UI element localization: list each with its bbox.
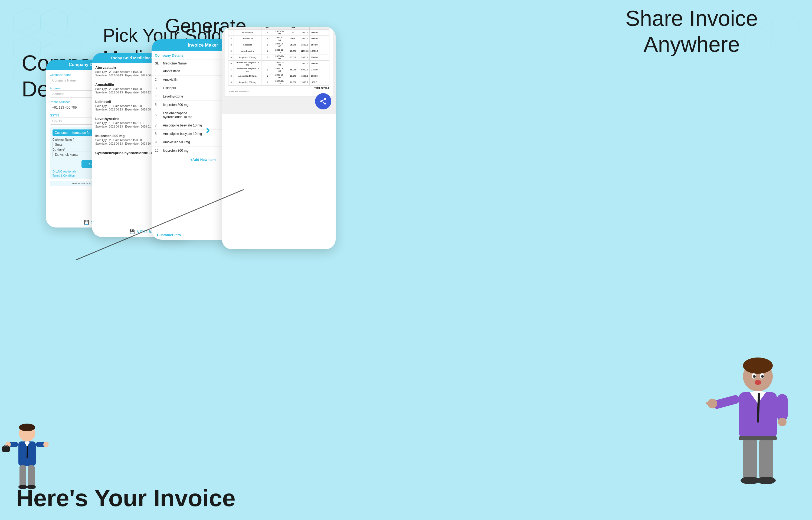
inv-row-5: 5 Ibuprofen 800 mg 2 2023-10-09 25.0% 20…: [228, 54, 329, 60]
svg-rect-46: [777, 394, 788, 421]
inv-row-9: 9 Ibuprofen 800 mg 1 2023-10-10 10.0% 10…: [228, 79, 329, 85]
svg-line-16: [322, 100, 324, 101]
svg-marker-5: [68, 8, 95, 35]
svg-point-47: [778, 418, 787, 426]
inv-row-4: 4 Levothyroxine 1 2026-01-16 10.0% 11990…: [228, 48, 329, 54]
next-icon: 💾: [130, 229, 135, 234]
svg-line-15: [322, 102, 324, 103]
svg-point-34: [743, 358, 773, 374]
invoice-top-area: Your Brand Name Your Address +91 123 456…: [222, 27, 336, 76]
svg-rect-48: [743, 437, 757, 481]
invoice-table: S.N Particulars Batch No. Qty Expiry Dat…: [228, 27, 329, 85]
svg-rect-49: [759, 437, 773, 481]
svg-marker-11: [758, 54, 785, 81]
character-right: [698, 347, 790, 504]
inv-row-7: 7 Amlodipine besylate 10 mg 1 2024-06-06…: [228, 67, 329, 73]
svg-point-38: [761, 375, 764, 378]
svg-rect-45: [706, 402, 714, 405]
svg-marker-10: [772, 14, 799, 41]
save-icon: 💾: [84, 219, 89, 225]
svg-rect-52: [739, 436, 777, 440]
invoice-total: Total 22796.0: [228, 87, 329, 89]
invoice-preview-document: Your Brand Name Your Address +91 123 456…: [225, 27, 333, 97]
inv-row-1: 1 Atorvastatin 2 2025-06-05 -- 1000.0 10…: [228, 29, 329, 35]
share-button[interactable]: [315, 93, 331, 109]
share-invoice-heading: Share Invoice Anywhere: [625, 5, 758, 57]
phone-invoice-preview: Your Brand Name Your Address +91 123 456…: [222, 27, 336, 249]
svg-point-14: [324, 103, 326, 105]
inv-row-2: 2 Amoxicillin 2 2024-12-11 5.0% 2000.0 1…: [228, 35, 329, 42]
inv-row-6: 6 Amlodipine besylate 10 mg 2022-07-05 -…: [228, 60, 329, 67]
inv-row-8: 8 Amoxicillin 500 mg. 1 2023-06-06 10.0%…: [228, 73, 329, 79]
svg-point-37: [753, 375, 756, 378]
invoice-terms: Terms and condition :: [228, 90, 329, 93]
svg-point-12: [324, 98, 326, 100]
share-icon: [319, 98, 327, 105]
svg-point-13: [320, 101, 323, 102]
inv-row-3: 3 Lisinopril 1 2026-08-07 25.0% 2500.0 1…: [228, 42, 329, 48]
svg-rect-29: [28, 465, 35, 487]
svg-point-18: [19, 423, 35, 431]
svg-rect-28: [20, 465, 26, 487]
svg-point-51: [757, 477, 776, 484]
bottom-heading: Here's Your Invoice: [16, 484, 235, 512]
svg-point-24: [43, 442, 49, 447]
svg-point-50: [740, 477, 759, 484]
svg-point-39: [755, 380, 761, 385]
nav-arrow[interactable]: ›: [206, 122, 210, 137]
character-right-svg: [698, 347, 790, 504]
